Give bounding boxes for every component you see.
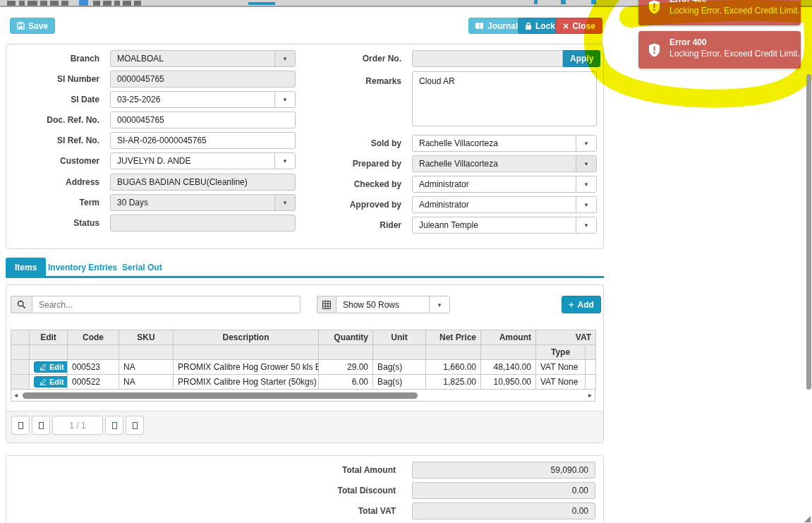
si-number-label: SI Number bbox=[6, 71, 99, 88]
si-date-value: 03-25-2026 bbox=[111, 95, 274, 104]
rider-select[interactable]: Juleann Temple ▾ bbox=[412, 217, 597, 234]
order-no-field[interactable] bbox=[412, 50, 563, 67]
last-page-icon bbox=[133, 422, 138, 429]
col-vat[interactable]: VAT bbox=[536, 330, 596, 345]
header-text-fragment bbox=[61, 1, 68, 6]
add-label: Add bbox=[578, 300, 594, 310]
horizontal-scrollbar-thumb[interactable] bbox=[23, 392, 418, 399]
next-page-button[interactable] bbox=[105, 416, 123, 435]
tabbar-underline bbox=[6, 276, 604, 278]
sold-by-select[interactable]: Rachelle Villacorteza ▾ bbox=[412, 135, 597, 152]
row-handle[interactable] bbox=[11, 360, 30, 375]
prepared-by-select[interactable]: Rachelle Villacorteza ▾ bbox=[412, 155, 597, 172]
table-row: Edit 000522 NA PROMIX Calibre Hog Starte… bbox=[11, 375, 596, 390]
page-indicator: 1 / 1 bbox=[52, 416, 103, 435]
edit-row-button[interactable]: Edit bbox=[34, 376, 68, 387]
cell-amount: 10,950.00 bbox=[481, 375, 536, 390]
checked-by-select[interactable]: Administrator ▾ bbox=[412, 176, 597, 193]
doc-ref-label: Doc. Ref. No. bbox=[6, 112, 99, 128]
col-edit[interactable]: Edit bbox=[30, 330, 68, 345]
scroll-right-icon[interactable]: ▸ bbox=[588, 390, 592, 400]
total-amount-field: 59,090.00 bbox=[412, 462, 595, 479]
error-toast[interactable]: Error 400 Locking Error. Exceed Credit L… bbox=[638, 0, 801, 25]
col-amount[interactable]: Amount bbox=[481, 330, 536, 345]
vertical-scrollbar-thumb[interactable] bbox=[806, 74, 811, 390]
tab-serial-out[interactable]: Serial Out bbox=[113, 258, 171, 277]
error-toast[interactable]: Error 400 Locking Error. Exceed Credit L… bbox=[638, 31, 801, 68]
add-button[interactable]: +Add bbox=[562, 296, 601, 313]
show-rows-value: Show 50 Rows bbox=[337, 300, 429, 310]
header-tab-underline bbox=[248, 2, 275, 5]
close-icon: × bbox=[563, 21, 569, 31]
subheader-cell bbox=[373, 345, 426, 360]
branch-value: MOALBOAL bbox=[111, 54, 274, 64]
col-quantity[interactable]: Quantity bbox=[319, 330, 373, 345]
header-text-fragment bbox=[103, 1, 111, 6]
si-date-label: SI Date bbox=[6, 91, 99, 108]
row-handle[interactable] bbox=[11, 375, 30, 390]
cell-blank bbox=[586, 360, 596, 375]
doc-ref-field[interactable] bbox=[110, 112, 296, 128]
scrollbar-corner bbox=[804, 516, 811, 522]
journal-button[interactable]: Journal bbox=[468, 18, 525, 34]
subheader-cell bbox=[426, 345, 481, 360]
edit-label: Edit bbox=[49, 378, 64, 386]
save-button[interactable]: Save bbox=[10, 18, 55, 34]
col-unit[interactable]: Unit bbox=[373, 330, 426, 345]
scroll-left-icon[interactable]: ◂ bbox=[14, 390, 18, 400]
cell-blank bbox=[586, 375, 596, 390]
approved-by-select[interactable]: Administrator ▾ bbox=[412, 196, 597, 213]
show-rows-select[interactable]: Show 50 Rows ▾ bbox=[336, 296, 450, 313]
grid-addon[interactable] bbox=[317, 296, 336, 313]
plus-icon: + bbox=[569, 300, 574, 309]
horizontal-scrollbar[interactable]: ◂ ▸ bbox=[11, 390, 595, 402]
next-page-icon bbox=[112, 422, 117, 429]
prev-page-button[interactable] bbox=[32, 416, 50, 435]
search-icon bbox=[17, 300, 26, 309]
total-discount-field: 0.00 bbox=[412, 482, 595, 499]
lock-label: Lock bbox=[535, 21, 555, 31]
totals-panel: Total Amount 59,090.00 Total Discount 0.… bbox=[6, 455, 604, 523]
tab-serial-out-label: Serial Out bbox=[122, 263, 162, 272]
close-button[interactable]: × Close bbox=[556, 18, 602, 34]
total-vat-label: Total VAT bbox=[255, 503, 396, 519]
total-vat-field: 0.00 bbox=[412, 503, 595, 519]
first-page-button[interactable] bbox=[11, 416, 30, 435]
total-discount-value: 0.00 bbox=[572, 486, 588, 495]
cell-unit: Bag(s) bbox=[373, 375, 426, 390]
total-amount-label: Total Amount bbox=[255, 462, 396, 479]
cell-code: 000523 bbox=[68, 360, 119, 375]
toast-title: Error 400 bbox=[669, 0, 707, 4]
cell-net-price: 1,825.00 bbox=[426, 375, 481, 390]
invoice-header-panel: Branch MOALBOAL ▾ SI Number SI Date 03-2… bbox=[6, 44, 604, 249]
subheader-cell bbox=[11, 345, 30, 360]
col-description[interactable]: Description bbox=[174, 330, 319, 345]
cell-vat: VAT None bbox=[536, 375, 586, 390]
items-table: Edit Code SKU Description Quantity Unit … bbox=[11, 330, 596, 390]
approved-by-label: Approved by bbox=[260, 196, 401, 213]
shield-warning-icon bbox=[648, 0, 660, 14]
header-text-fragment bbox=[19, 1, 25, 6]
checked-by-label: Checked by bbox=[260, 176, 401, 193]
remarks-textarea[interactable]: Cloud AR bbox=[412, 71, 597, 126]
search-addon[interactable] bbox=[11, 296, 32, 313]
chevron-down-icon: ▾ bbox=[576, 197, 596, 212]
lock-icon bbox=[525, 22, 532, 30]
table-grid-icon bbox=[322, 301, 331, 309]
search-input[interactable] bbox=[32, 296, 301, 313]
term-label: Term bbox=[6, 194, 99, 211]
approved-by-value: Administrator bbox=[413, 200, 576, 210]
apply-button[interactable]: Apply bbox=[563, 50, 600, 67]
header-text-fragment bbox=[134, 1, 141, 6]
header-text-fragment bbox=[561, 0, 566, 4]
edit-row-button[interactable]: Edit bbox=[34, 361, 68, 373]
last-page-button[interactable] bbox=[126, 416, 144, 435]
col-vat-type[interactable]: Type bbox=[536, 345, 586, 360]
col-sku[interactable]: SKU bbox=[119, 330, 174, 345]
rider-label: Rider bbox=[260, 217, 401, 234]
col-net-price[interactable]: Net Price bbox=[426, 330, 481, 345]
cell-net-price: 1,660.00 bbox=[426, 360, 481, 375]
si-date-select[interactable]: 03-25-2026 ▾ bbox=[110, 91, 296, 108]
save-icon bbox=[17, 22, 25, 30]
col-code[interactable]: Code bbox=[68, 330, 119, 345]
